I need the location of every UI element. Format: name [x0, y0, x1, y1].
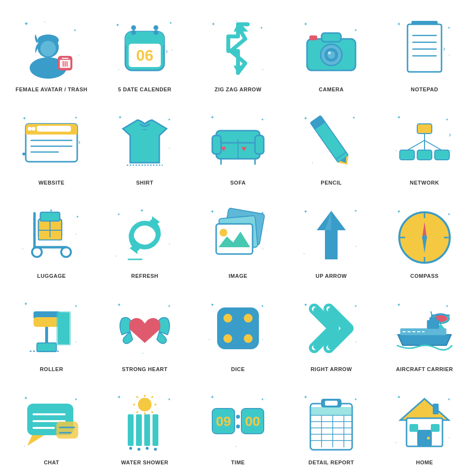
svg-text:✦: ✦	[117, 302, 121, 307]
icon-label-water-shower: WATER SHOWER	[121, 459, 168, 465]
svg-rect-259	[409, 424, 418, 432]
svg-rect-260	[431, 424, 440, 432]
icon-area: ✦ ✦ •	[297, 108, 365, 176]
icon-cell-pencil: ✦ ✦ • PENCIL	[285, 98, 378, 191]
icon-area: ✦ ✦ • •	[297, 15, 365, 83]
svg-text:✦: ✦	[352, 116, 356, 120]
svg-line-217	[152, 396, 153, 398]
svg-text:✦: ✦	[397, 21, 401, 27]
icon-cell-aircraft-carrier: ✦ ✦ •	[378, 285, 471, 378]
icon-label-female-avatar-trash: FEMALE AVATAR / TRASH	[16, 86, 87, 92]
svg-rect-220	[128, 414, 134, 446]
svg-text:✦: ✦	[354, 209, 357, 213]
icon-label-strong-heart: STRONG HEART	[122, 366, 168, 372]
svg-text:•: •	[76, 340, 77, 343]
svg-text:•: •	[395, 441, 396, 444]
svg-rect-166	[58, 312, 69, 344]
svg-text:•: •	[169, 242, 170, 245]
icon-label-notepad: NOTEPAD	[411, 86, 438, 92]
icon-area: ✦ ✦ • •	[297, 201, 365, 269]
icon-cell-right-arrow: ✦ ✦ • RIGHT ARROW	[285, 285, 378, 378]
svg-text:✦: ✦	[24, 20, 29, 27]
svg-line-111	[408, 140, 425, 150]
svg-text:›: ›	[449, 131, 451, 138]
svg-text:✦: ✦	[445, 118, 449, 122]
icon-area: ✦ ✦ • ›	[391, 15, 459, 83]
svg-text:•: •	[304, 252, 305, 255]
svg-text:✦: ✦	[304, 116, 307, 121]
svg-text:•: •	[449, 436, 450, 439]
svg-text:✦: ✦	[304, 302, 307, 307]
icon-cell-camera: ✦ ✦ • • CAMERA	[285, 5, 378, 98]
icon-area: ✦ ✦ • •	[391, 388, 459, 456]
svg-rect-116	[435, 150, 449, 160]
svg-text:✦: ✦	[354, 304, 357, 308]
svg-text:✦: ✦	[304, 394, 307, 400]
icon-label-image: IMAGE	[229, 273, 248, 279]
icon-cell-roller: ✦ ✦ • ROLLER	[5, 285, 98, 378]
svg-text:•: •	[236, 19, 237, 22]
svg-text:✦: ✦	[397, 394, 401, 400]
icon-cell-luggage: ✦ ✦ • • LUGGAGE	[5, 191, 98, 285]
svg-text:09: 09	[216, 414, 231, 429]
icon-label-chat: CHAT	[44, 459, 59, 465]
icon-area: ✦ ✦ • ›	[17, 108, 85, 176]
svg-text:›: ›	[78, 138, 81, 146]
icon-area: ✦ ✦ • • 06 ›	[111, 15, 179, 83]
svg-text:•: •	[78, 53, 79, 56]
svg-rect-194	[427, 320, 439, 329]
svg-line-113	[425, 140, 442, 150]
svg-text:✦: ✦	[447, 26, 451, 30]
svg-rect-222	[144, 414, 150, 446]
svg-rect-139	[216, 224, 253, 254]
svg-text:✦: ✦	[447, 212, 451, 217]
svg-line-219	[152, 411, 153, 413]
svg-text:✦: ✦	[140, 208, 144, 213]
svg-rect-195	[429, 317, 437, 321]
svg-text:•: •	[395, 149, 396, 152]
svg-text:✦: ✦	[74, 304, 78, 308]
icon-label-shirt: SHIRT	[136, 180, 153, 186]
svg-text:•: •	[24, 445, 25, 448]
icon-label-pencil: PENCIL	[321, 180, 341, 186]
svg-text:•: •	[395, 333, 396, 336]
svg-text:✦: ✦	[74, 116, 78, 120]
icon-area: ✦ ✦ •	[17, 294, 85, 362]
icon-cell-chat: ✦ ✦ • • CHAT	[5, 378, 98, 471]
icon-cell-compass: ✦ ✦ COMPASS	[378, 191, 471, 285]
icon-cell-date-calendar: ✦ ✦ • • 06 ›	[98, 5, 191, 98]
svg-point-140	[220, 229, 227, 237]
svg-point-27	[153, 30, 158, 35]
svg-point-236	[236, 425, 240, 428]
icon-area: ✦ ✦ • •	[111, 201, 179, 269]
icon-label-roller: ROLLER	[40, 366, 63, 372]
svg-rect-44	[309, 35, 317, 40]
svg-point-177	[244, 314, 253, 323]
svg-text:✦: ✦	[168, 118, 171, 122]
svg-point-225	[137, 448, 140, 451]
svg-marker-202	[27, 435, 44, 446]
svg-rect-88	[212, 136, 221, 154]
icon-cell-network: ✦ ✦ • • › NETWORK	[378, 98, 471, 191]
icon-cell-up-arrow: ✦ ✦ • • UP ARROW	[285, 191, 378, 285]
svg-rect-261	[433, 404, 439, 414]
icon-area: ✦ ✦	[297, 388, 365, 456]
icon-label-aircraft-carrier: AIRCRAFT CARRIER	[396, 366, 453, 372]
svg-point-26	[131, 25, 136, 30]
svg-text:✦: ✦	[168, 397, 171, 402]
svg-rect-115	[417, 150, 432, 160]
icon-label-website: WEBSITE	[38, 180, 65, 186]
icon-label-detail-report: DETAIL REPORT	[308, 459, 354, 465]
icon-area: ✦ ✦ •	[204, 201, 272, 269]
icon-cell-refresh: ✦ ✦ • • REFRESH	[98, 191, 191, 285]
svg-text:✦: ✦	[354, 28, 357, 33]
icon-area: ✦ ✦ •	[391, 294, 459, 362]
svg-text:✦: ✦	[261, 118, 264, 122]
svg-rect-223	[153, 414, 158, 446]
svg-point-121	[32, 247, 42, 257]
svg-point-76	[22, 153, 25, 155]
svg-text:•: •	[262, 338, 263, 341]
svg-text:✦: ✦	[73, 28, 77, 33]
svg-rect-57	[408, 24, 442, 72]
icon-label-luggage: LUGGAGE	[37, 273, 66, 279]
